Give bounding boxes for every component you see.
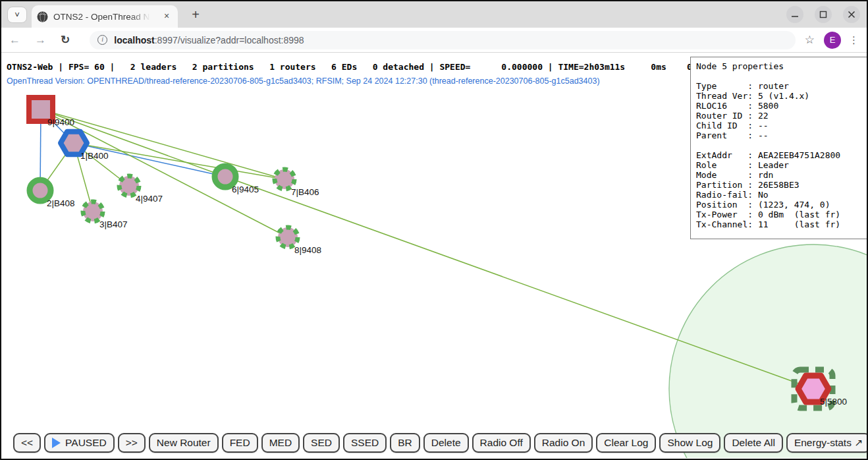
bookmark-star-icon[interactable]: ☆: [805, 33, 815, 47]
browser-titlebar: ˅ OTNS2 - OpenThread Ne × +: [1, 1, 867, 28]
window-controls: [786, 6, 860, 23]
node-properties-title: Node 5 properties: [696, 61, 861, 71]
node-property-line: [696, 140, 861, 150]
node-8-9408[interactable]: [278, 227, 298, 247]
toolbar-button-label: Clear Log: [604, 437, 648, 449]
node-property-line: Role : Leader: [696, 160, 861, 170]
node-1-B400-label: 1|B400: [80, 151, 109, 161]
node-property-line: Parent : --: [696, 130, 861, 140]
node-property-line: Radio-fail: No: [696, 190, 861, 200]
toolbar-button-label: FED: [230, 437, 250, 449]
browser-tab[interactable]: OTNS2 - OpenThread Ne ×: [32, 5, 178, 28]
site-info-icon[interactable]: i: [97, 35, 107, 45]
otns-favicon-icon: [37, 11, 48, 22]
node-property-line: ExtAddr : AEA2EEB4751A2800: [696, 150, 861, 160]
toolbar-button-label: Show Log: [667, 437, 713, 449]
toolbar-button-label: Delete All: [732, 437, 774, 449]
node-property-line: Router ID : 22: [696, 111, 861, 121]
chevron-down-icon: ˅: [14, 10, 20, 20]
toolbar-button-radio-off[interactable]: Radio Off: [472, 433, 531, 453]
node-property-line: Mode : rdn: [696, 170, 861, 180]
toolbar-button-radio-on[interactable]: Radio On: [534, 433, 593, 453]
node-3-B407-label: 3|B407: [99, 219, 128, 229]
node-7-B406[interactable]: [275, 169, 294, 189]
toolbar-button-forward[interactable]: >>: [118, 433, 146, 453]
toolbar-button-br[interactable]: BR: [390, 433, 420, 453]
node-3-B407[interactable]: [83, 202, 103, 221]
node-4-9407-label: 4|9407: [136, 194, 163, 204]
toolbar-button-label: New Router: [157, 437, 211, 449]
forward-button[interactable]: →: [35, 34, 46, 47]
reload-button[interactable]: ↻: [61, 33, 70, 47]
toolbar-button-label: >>: [126, 437, 138, 449]
bottom-toolbar: <<PAUSED>>New RouterFEDMEDSEDSSEDBRDelet…: [13, 433, 867, 453]
node-property-line: RLOC16 : 5800: [696, 101, 861, 111]
browser-addressbar: ← → ↻ i localhost:8997/visualize?addr=lo…: [1, 28, 867, 53]
toolbar-button-label: SED: [311, 437, 332, 449]
toolbar-button-delete[interactable]: Delete: [423, 433, 469, 453]
toolbar-button-show-log[interactable]: Show Log: [659, 433, 720, 453]
node-2-B408-label: 2|B408: [47, 198, 75, 208]
toolbar-button-energy-stats[interactable]: Energy-stats ↗: [786, 433, 867, 453]
browser-window: ˅ OTNS2 - OpenThread Ne × + ← → ↻ i loca…: [0, 0, 868, 460]
toolbar-button-label: MED: [269, 437, 292, 449]
toolbar-button-clear-log[interactable]: Clear Log: [596, 433, 656, 453]
toolbar-button-label: Radio Off: [480, 437, 523, 449]
close-window-button[interactable]: [843, 6, 860, 23]
node-property-line: Tx-Power : 0 dBm (last fr): [696, 210, 861, 219]
link-1-7: [74, 143, 285, 179]
node-property-line: [696, 71, 861, 81]
openthread-version-line: OpenThread Version: OPENTHREAD/thread-re…: [7, 76, 600, 86]
url-text[interactable]: localhost:8997/visualize?addr=localhost:…: [114, 35, 304, 45]
toolbar-button-label: <<: [21, 437, 33, 449]
node-property-line: Partition : 26E58BE3: [696, 180, 861, 190]
toolbar-button-med[interactable]: MED: [261, 433, 300, 453]
tab-close-icon[interactable]: ×: [161, 11, 173, 22]
profile-avatar[interactable]: E: [824, 32, 841, 49]
toolbar-button-label: SSED: [351, 437, 379, 449]
node-8-9408-label: 8|9408: [294, 245, 321, 255]
node-property-line: Type : router: [696, 81, 861, 91]
toolbar-button-sed[interactable]: SED: [303, 433, 340, 453]
toolbar-button-pause[interactable]: PAUSED: [44, 433, 115, 453]
toolbar-button-label: Radio On: [542, 437, 585, 449]
node-property-line: Position : (1223, 474, 0): [696, 200, 861, 210]
node-property-line: Thread Ver: 5 (v1.4.x): [696, 91, 861, 101]
new-tab-button[interactable]: +: [187, 7, 204, 24]
toolbar-button-new-router[interactable]: New Router: [149, 433, 219, 453]
toolbar-button-label: PAUSED: [65, 437, 107, 449]
node-5-5800-label: 5|5800: [820, 397, 847, 407]
node-properties-panel: Node 5 properties Type : routerThread Ve…: [690, 57, 867, 239]
node-6-9405-label: 6|9405: [232, 185, 259, 194]
node-property-line: Child ID : --: [696, 121, 861, 130]
url-bar[interactable]: i localhost:8997/visualize?addr=localhos…: [90, 31, 796, 49]
url-host: localhost: [114, 35, 154, 45]
tab-search-button[interactable]: ˅: [7, 7, 27, 23]
tab-title: OTNS2 - OpenThread Ne: [53, 12, 152, 22]
toolbar-button-rewind[interactable]: <<: [13, 433, 41, 453]
play-icon: [52, 438, 61, 448]
node-7-B406-label: 7|B406: [291, 187, 319, 197]
node-4-9407[interactable]: [119, 176, 139, 196]
toolbar-button-label: BR: [398, 437, 412, 449]
toolbar-button-label: Delete: [431, 437, 461, 449]
toolbar-button-label: Energy-stats ↗: [794, 437, 863, 449]
back-button[interactable]: ←: [9, 34, 20, 47]
url-path: :8997/visualize?addr=localhost:8998: [155, 35, 304, 45]
toolbar-button-delete-all[interactable]: Delete All: [724, 433, 782, 453]
minimize-button[interactable]: [786, 6, 803, 23]
toolbar-button-ssed[interactable]: SSED: [343, 433, 387, 453]
browser-menu-icon[interactable]: ⋮: [849, 34, 859, 46]
otns-page: 9|94001|B4002|B4083|B4074|94076|94057|B4…: [1, 53, 867, 459]
node-properties-lines: Type : routerThread Ver: 5 (v1.4.x)RLOC1…: [696, 71, 861, 229]
maximize-button[interactable]: [815, 6, 832, 23]
simulation-status-line: OTNS2-Web | FPS= 60 | 2 leaders 2 partit…: [7, 62, 703, 72]
node-9-9400-label: 9|9400: [47, 117, 74, 127]
node-property-line: Tx-Channel: 11 (last fr): [696, 219, 861, 229]
toolbar-button-fed[interactable]: FED: [222, 433, 258, 453]
radio-range-circle: [669, 244, 867, 458]
